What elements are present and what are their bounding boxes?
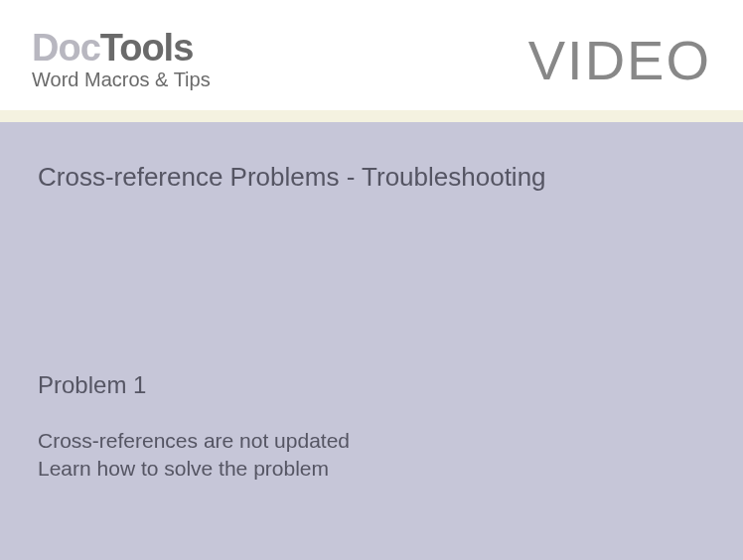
logo-subtitle: Word Macros & Tips bbox=[32, 69, 211, 91]
problem-heading: Problem 1 bbox=[38, 371, 705, 399]
divider bbox=[0, 110, 743, 122]
video-label: VIDEO bbox=[528, 28, 711, 92]
page-title: Cross-reference Problems - Troubleshooti… bbox=[38, 162, 705, 193]
problem-line-2: Learn how to solve the problem bbox=[38, 455, 705, 483]
problem-description: Cross-references are not updated Learn h… bbox=[38, 427, 705, 484]
header: DocTools Word Macros & Tips VIDEO bbox=[0, 0, 743, 110]
content-area: Cross-reference Problems - Troubleshooti… bbox=[0, 122, 743, 560]
logo-part-tools: Tools bbox=[100, 27, 194, 69]
logo-title: DocTools bbox=[32, 29, 211, 67]
logo-block: DocTools Word Macros & Tips bbox=[32, 29, 211, 91]
logo-part-doc: Doc bbox=[32, 27, 100, 69]
problem-line-1: Cross-references are not updated bbox=[38, 427, 705, 455]
